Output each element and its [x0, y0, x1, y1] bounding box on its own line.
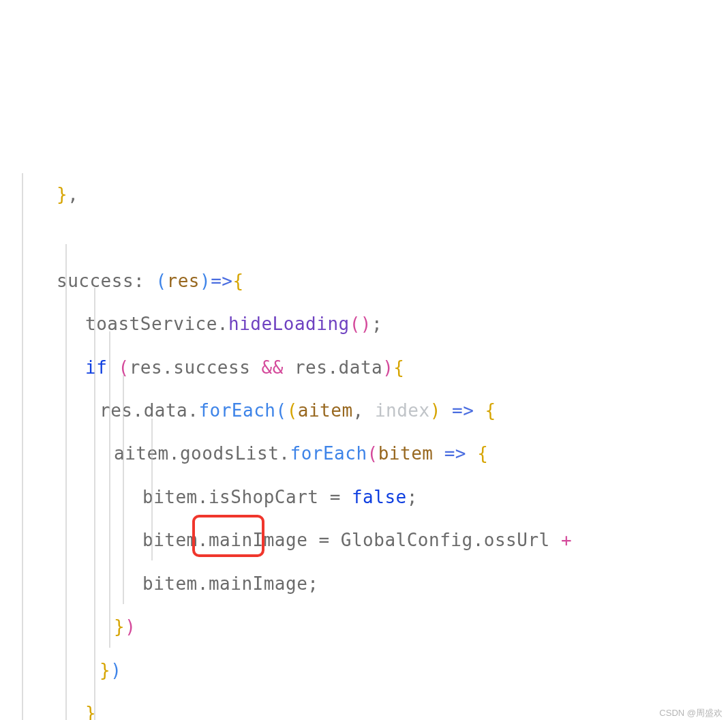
code-token: aitem	[298, 400, 353, 421]
code-token: )	[430, 400, 441, 421]
code-token: )	[382, 357, 393, 378]
code-token: .	[187, 400, 198, 421]
code-line: })	[14, 649, 728, 692]
code-token: .	[473, 530, 484, 550]
code-token: .	[169, 443, 180, 464]
code-line: bitem.mainImage;	[14, 562, 728, 605]
code-line: bitem.isShopCart = false;	[14, 476, 728, 519]
code-line: if (res.success && res.data){	[14, 346, 728, 389]
code-token: =>	[452, 400, 474, 421]
code-token: res	[130, 357, 162, 378]
code-editor[interactable]: }, success: (res)=>{toastService.hideLoa…	[0, 173, 728, 720]
code-token: )	[110, 660, 121, 680]
code-line: res.data.forEach((aitem, index) => {	[14, 389, 728, 432]
code-token: .	[198, 530, 209, 550]
watermark: CSDN @周盛欢	[659, 708, 723, 717]
code-token: =>	[444, 443, 466, 464]
code-token: {	[477, 443, 488, 464]
code-token: (	[155, 271, 166, 291]
code-token: res	[100, 400, 132, 421]
code-token: index	[375, 400, 430, 421]
code-token: .	[132, 400, 143, 421]
code-token: }	[114, 616, 125, 637]
code-line	[14, 216, 728, 259]
code-token: .	[217, 314, 228, 334]
code-token: mainImage	[209, 573, 307, 594]
code-token: data	[144, 400, 188, 421]
code-token: toastService	[85, 314, 217, 334]
code-token	[466, 443, 477, 464]
code-token: {	[232, 271, 243, 291]
code-token: .	[327, 357, 338, 378]
code-token: forEach	[198, 400, 275, 421]
code-token: forEach	[290, 443, 367, 464]
code-token	[434, 443, 444, 464]
code-line: toastService.hideLoading();	[14, 303, 728, 346]
code-token: isShopCart	[209, 487, 319, 507]
code-token: :	[134, 271, 155, 291]
code-token: ,	[353, 400, 375, 421]
indent-guide	[109, 331, 110, 648]
code-token: ,	[67, 184, 78, 205]
code-token: res	[294, 357, 327, 378]
code-token: .	[279, 443, 290, 464]
code-token: mainImage	[209, 530, 307, 550]
code-token	[474, 400, 485, 421]
code-token: (	[275, 400, 286, 421]
code-token: bitem	[378, 443, 434, 464]
code-token: )	[125, 616, 136, 637]
code-token: success	[173, 357, 250, 378]
code-token: +	[561, 530, 572, 550]
code-line: }	[14, 692, 728, 720]
code-token: (	[367, 443, 378, 464]
code-token: }	[100, 660, 110, 680]
code-token: {	[485, 400, 496, 421]
indent-guide	[94, 288, 95, 720]
code-token: ;	[371, 314, 382, 334]
code-token: }	[57, 184, 67, 205]
code-token: (	[287, 400, 298, 421]
code-line: aitem.goodsList.forEach(bitem => {	[14, 432, 728, 475]
code-token: ;	[407, 487, 418, 507]
indent-guide	[151, 419, 153, 560]
code-token: .	[198, 573, 209, 594]
code-line: success: (res)=>{	[14, 260, 728, 303]
code-line: bitem.mainImage = GlobalConfig.ossUrl +	[14, 519, 728, 562]
code-token: goodsList	[180, 443, 279, 464]
code-token: &&	[261, 357, 283, 378]
code-token: =	[307, 530, 340, 550]
code-token: {	[393, 357, 404, 378]
code-token: ossUrl	[484, 530, 550, 550]
code-token: =>	[211, 271, 232, 291]
code-token: data	[339, 357, 383, 378]
code-token: false	[352, 487, 407, 507]
code-line: },	[14, 173, 728, 216]
code-token: if	[85, 357, 107, 378]
code-token: =	[318, 487, 351, 507]
code-token: )	[361, 314, 371, 334]
code-token	[441, 400, 452, 421]
indent-guide	[65, 244, 67, 720]
code-token	[284, 357, 294, 378]
code-line: })	[14, 605, 728, 648]
code-token: ;	[307, 573, 318, 594]
code-token: GlobalConfig	[341, 530, 473, 550]
indent-guide	[123, 375, 124, 604]
code-token	[550, 530, 561, 550]
code-token: bitem	[142, 573, 198, 594]
code-token: res	[167, 271, 200, 291]
code-token: .	[198, 487, 209, 507]
code-token: hideLoading	[228, 314, 350, 334]
code-token	[250, 357, 261, 378]
code-token: )	[200, 271, 211, 291]
indent-guide	[22, 173, 23, 720]
code-token: (	[350, 314, 361, 334]
code-token: .	[162, 357, 173, 378]
